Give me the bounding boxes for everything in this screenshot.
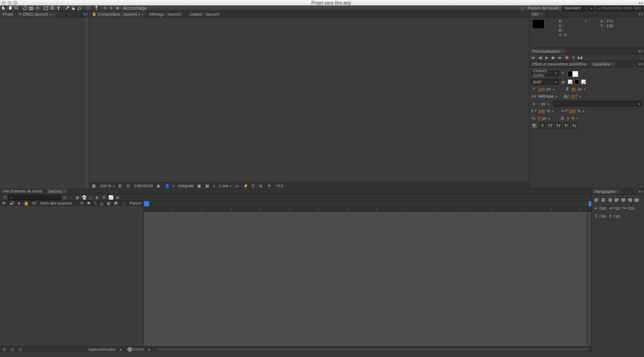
indent-right-value[interactable]: 0 (614, 206, 616, 210)
stroke-width-value[interactable]: - (538, 102, 540, 106)
frame-blend-icon[interactable]: ⧋ (88, 195, 93, 200)
quality-column-icon[interactable]: ╲ (94, 201, 96, 205)
timeline-icon[interactable]: ☰ (251, 184, 256, 188)
world-axis-icon[interactable]: ✦ (108, 5, 114, 11)
pixel-aspect-icon[interactable]: ▭ (235, 184, 240, 188)
transparency-icon[interactable]: ▦ (205, 184, 210, 188)
scrollbar-vertical[interactable] (84, 17, 89, 189)
all-caps-button[interactable]: TT (547, 123, 553, 129)
help-search[interactable]: ⌕ (596, 5, 643, 11)
auto-keyframe-icon[interactable]: ◆ (115, 195, 120, 200)
minimize-window-icon[interactable] (8, 1, 12, 5)
ram-preview-icon[interactable]: ▶▮ (578, 55, 582, 60)
align-right-button[interactable] (607, 197, 613, 203)
motion-blur-icon[interactable]: ◐ (95, 195, 100, 200)
3d-column-icon[interactable]: ⬚ (122, 201, 126, 205)
tab-project[interactable]: Projet (0, 11, 17, 17)
selection-tool-icon[interactable] (1, 5, 7, 11)
tab-composition[interactable]: 🔒 Composition : (aucun) × (89, 11, 147, 17)
tsume-value[interactable]: 0 (567, 116, 569, 120)
exposure-value[interactable]: +0,0 (275, 184, 283, 188)
col-number[interactable]: N° (32, 201, 37, 205)
pan-behind-tool-icon[interactable] (34, 5, 41, 11)
pen-tool-icon[interactable] (49, 5, 55, 11)
exposure-reset-icon[interactable]: ☀ (267, 184, 272, 188)
window-controls[interactable] (2, 1, 17, 5)
timecode-button[interactable]: ⏱ (2, 195, 7, 200)
eye-column-icon[interactable]: 👁 (2, 201, 6, 205)
text-tool-icon[interactable]: T (55, 5, 62, 11)
close-window-icon[interactable] (2, 1, 6, 5)
font-style-dropdown[interactable]: Bold (531, 79, 559, 85)
toggle-switches-icon[interactable]: ⊞ (2, 347, 7, 352)
kerning-value[interactable]: Métrique (538, 94, 554, 98)
first-frame-icon[interactable]: ⏮ (531, 55, 536, 60)
zoom-in-icon[interactable]: ▲ (147, 347, 152, 352)
panel-menu-icon[interactable]: ▾≡ (639, 189, 643, 194)
panel-menu-icon[interactable]: ▾≡ (639, 49, 643, 53)
snapshot-icon[interactable]: ◉ (157, 184, 161, 188)
lock-icon[interactable]: 🔒 (92, 12, 96, 16)
show-snapshot-icon[interactable]: 👤 (165, 184, 169, 188)
tab-paragraph[interactable]: Paragraphe× (592, 189, 622, 194)
font-family-dropdown[interactable]: Century Gothic (531, 70, 559, 76)
justify-center-button[interactable] (620, 197, 626, 203)
small-black-swatch[interactable] (574, 79, 579, 84)
quality-dropdown[interactable]: Intégrale (178, 184, 194, 188)
justify-left-button[interactable] (614, 197, 619, 203)
align-center-button[interactable] (600, 197, 606, 203)
search-toggle-icon[interactable]: ⌕ (519, 5, 526, 11)
region-icon[interactable]: ▣ (197, 184, 202, 188)
timeline-track-area[interactable] (144, 201, 591, 346)
zoom-out-icon[interactable]: ▲ (118, 347, 124, 352)
leading-value[interactable]: 90 (572, 87, 576, 91)
col-parent[interactable]: Parent (129, 201, 141, 205)
hand-tool-icon[interactable] (7, 5, 13, 11)
timeline-search-input[interactable] (12, 196, 59, 200)
panel-menu-icon[interactable]: ▾≡ (639, 1, 643, 5)
brainstorm-icon[interactable]: ✪ (101, 195, 107, 200)
stroke-style-dropdown[interactable] (553, 101, 642, 107)
space-after-value[interactable]: 0 (614, 214, 616, 218)
resolution-icon[interactable]: ⊞ (118, 184, 123, 188)
swap-colors-icon[interactable]: ⇄ (561, 79, 566, 85)
toggle-in-out-icon[interactable]: ⊡ (18, 347, 23, 352)
fill-stroke-swatches[interactable] (568, 69, 578, 77)
frame-blend-column-icon[interactable]: ⧋ (100, 201, 104, 206)
eyedropper-icon[interactable]: ✎ (561, 70, 566, 76)
zoom-dropdown[interactable]: 100 % (100, 184, 115, 188)
small-caps-button[interactable]: Tᴛ (555, 123, 561, 129)
view-axis-icon[interactable]: ✱ (114, 5, 120, 11)
comp-mini-flowchart-icon[interactable]: ⊟ (62, 195, 67, 200)
workspace-dropdown[interactable]: Standard (562, 5, 594, 11)
tab-render-queue[interactable]: File d'attente de rendu (0, 189, 46, 194)
draft-3d-icon[interactable]: ▣ (75, 195, 80, 200)
flowchart-icon[interactable]: ⧉ (259, 184, 264, 188)
tab-footage[interactable]: Métrage : (aucun) (147, 11, 187, 17)
faux-bold-button[interactable]: T (531, 123, 537, 129)
time-ticks[interactable] (144, 207, 591, 212)
snapping-label[interactable]: Accrochage (123, 6, 147, 11)
last-frame-icon[interactable]: ⏭ (558, 55, 562, 60)
close-icon[interactable]: × (53, 12, 55, 16)
hide-shy-icon[interactable]: 👻 (81, 195, 87, 200)
chevron-down-icon[interactable] (173, 184, 175, 188)
tab-character[interactable]: Caractère× (590, 61, 616, 67)
timeline-search[interactable]: ⌕ (8, 195, 61, 200)
tab-effects-presets[interactable]: Effets et paramètres prédéfinis (529, 61, 590, 67)
tab-layer[interactable]: Calque : (aucun) (187, 11, 227, 17)
options-modes-button[interactable]: Options/modes (88, 347, 116, 352)
toggle-modes-icon[interactable]: ⊟ (10, 347, 15, 352)
col-source-name[interactable]: Nom des sources (41, 201, 72, 205)
tab-timeline-comp[interactable]: (aucun)× (46, 189, 68, 194)
clone-stamp-tool-icon[interactable] (70, 5, 76, 11)
adjustment-column-icon[interactable]: ◩ (114, 201, 118, 205)
zoom-window-icon[interactable] (13, 1, 17, 5)
loop-icon[interactable]: ↻ (571, 55, 576, 60)
no-fill-swatch[interactable] (581, 79, 586, 84)
time-ruler[interactable] (144, 201, 591, 207)
justify-all-button[interactable] (634, 197, 640, 203)
lock-column-icon[interactable]: 🔒 (24, 201, 29, 205)
tab-preview[interactable]: Prévisualisation× (529, 48, 567, 54)
help-search-input[interactable] (602, 6, 641, 10)
